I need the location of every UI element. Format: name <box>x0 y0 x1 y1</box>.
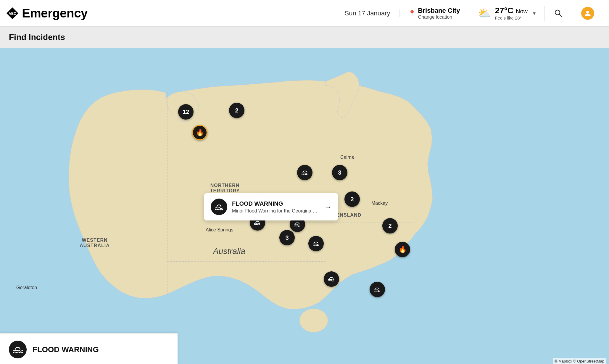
flood-wave-icon <box>301 168 309 177</box>
marker-fire-icon: 🔥 <box>192 125 207 140</box>
weather-temp: 27°C <box>495 6 513 15</box>
marker-cluster-3-1[interactable]: 3 <box>332 165 347 180</box>
card-title: FLOOD WARNING <box>33 345 99 354</box>
marker-circle: 3 <box>279 230 295 245</box>
weather-info: 27°C Now Feels like 28° <box>495 6 528 21</box>
marker-flood-4[interactable] <box>308 236 324 251</box>
flood-icon <box>370 282 385 297</box>
weather-now: Now <box>516 8 528 15</box>
site-title: Emergency <box>22 6 88 20</box>
user-profile-button[interactable] <box>572 7 603 20</box>
location-selector[interactable]: 📍 Brisbane City Change location <box>399 7 469 20</box>
header-date: Sun 17 January <box>336 9 399 17</box>
flood-wave-icon <box>312 239 320 248</box>
marker-circle: 3 <box>332 165 347 180</box>
svg-text:ABC: ABC <box>9 12 16 16</box>
popup-flood-icon <box>211 199 227 215</box>
location-change: Change location <box>418 15 452 20</box>
marker-circle: 2 <box>344 191 360 207</box>
marker-fire-active[interactable]: 🔥 <box>192 125 207 140</box>
popup-flood-wave-icon <box>214 202 224 212</box>
svg-point-13 <box>312 239 320 248</box>
svg-point-3 <box>586 11 589 14</box>
map-attribution: © Mapbox © OpenStreetMap <box>553 358 606 364</box>
flood-icon <box>308 236 324 251</box>
marker-cluster-2-mid[interactable]: 2 <box>344 191 360 207</box>
marker-circle: 12 <box>178 104 194 120</box>
marker-circle: 2 <box>382 218 398 233</box>
popup-description: Minor Flood Warning for the Georgina … <box>232 208 317 214</box>
weather-chevron-icon: ▾ <box>533 10 536 17</box>
fire-icon: 🔥 <box>395 242 410 257</box>
svg-point-14 <box>327 275 336 283</box>
svg-point-12 <box>293 220 302 228</box>
marker-cluster-3-2[interactable]: 3 <box>279 230 295 245</box>
flood-wave-icon <box>293 220 302 228</box>
marker-cluster-2-top[interactable]: 2 <box>229 103 244 118</box>
abc-logo: ABC <box>6 7 19 20</box>
flood-wave-icon <box>373 285 381 294</box>
card-flood-icon <box>9 341 27 358</box>
flood-icon <box>297 165 312 180</box>
location-pin-icon: 📍 <box>408 10 416 17</box>
user-icon <box>584 9 592 17</box>
find-incidents-title: Find Incidents <box>9 33 65 42</box>
marker-cluster-2-right[interactable]: 2 <box>382 218 398 233</box>
find-incidents-bar: Find Incidents <box>0 27 609 48</box>
marker-flood-1[interactable] <box>297 165 312 180</box>
marker-flood-5[interactable] <box>324 271 339 287</box>
logo: ABC Emergency <box>6 6 88 20</box>
marker-cluster-12[interactable]: 12 <box>178 104 194 120</box>
flood-wave-icon <box>327 275 336 283</box>
abc-diamond-icon: ABC <box>6 7 19 20</box>
svg-point-10 <box>301 168 309 177</box>
weather-widget[interactable]: ⛅ 27°C Now Feels like 28° ▾ <box>469 6 545 21</box>
weather-feels-like: Feels like 28° <box>495 15 521 20</box>
flood-warning-card[interactable]: FLOOD WARNING <box>0 333 178 364</box>
popup-title: FLOOD WARNING <box>232 200 317 207</box>
card-flood-wave-icon <box>12 344 23 355</box>
svg-point-9 <box>299 309 328 332</box>
location-city: Brisbane City <box>418 7 460 15</box>
marker-fire-2[interactable]: 🔥 <box>395 242 410 257</box>
location-text: Brisbane City Change location <box>418 7 460 20</box>
search-icon <box>554 9 563 18</box>
search-button[interactable] <box>545 9 572 18</box>
svg-line-2 <box>559 14 562 17</box>
user-avatar <box>581 7 594 20</box>
flood-warning-popup[interactable]: FLOOD WARNING Minor Flood Warning for th… <box>204 193 338 220</box>
popup-arrow-icon: → <box>324 203 331 211</box>
map-container[interactable]: NORTHERN TERRITORY WESTERNAUSTRALIA QUEE… <box>0 48 609 364</box>
marker-flood-6[interactable] <box>370 282 385 297</box>
weather-icon: ⛅ <box>478 7 491 20</box>
marker-circle: 2 <box>229 103 244 118</box>
svg-point-15 <box>373 285 381 294</box>
flood-icon <box>324 271 339 287</box>
header: ABC Emergency Sun 17 January 📍 Brisbane … <box>0 0 609 27</box>
popup-content: FLOOD WARNING Minor Flood Warning for th… <box>232 200 317 214</box>
